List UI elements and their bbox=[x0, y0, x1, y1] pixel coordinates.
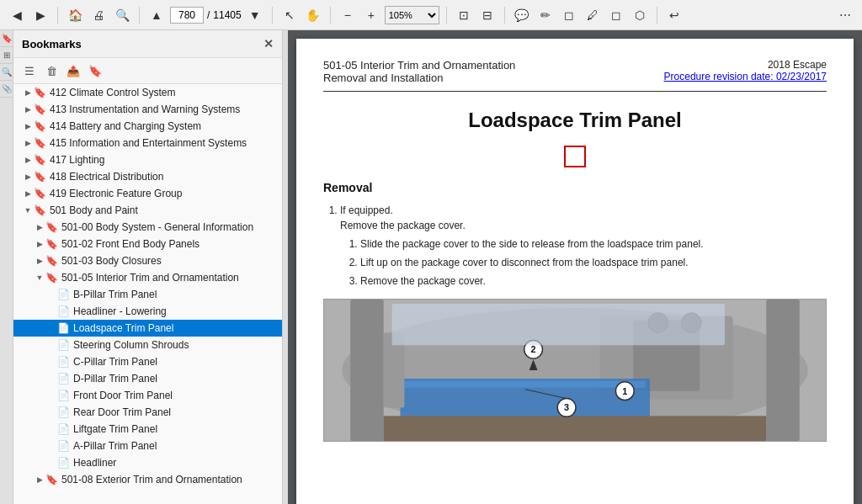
tree-item-501-03[interactable]: ▶ 🔖 501-03 Body Closures bbox=[13, 252, 282, 269]
left-panel: Bookmarks ✕ ☰ 🗑 📤 🔖 ▶ 🔖 412 Climate Cont… bbox=[13, 30, 283, 504]
print-button[interactable]: 🖨 bbox=[88, 5, 109, 25]
zoom-select[interactable]: 105% 100% 75% 150% bbox=[385, 6, 439, 24]
expand-icon-501: ▼ bbox=[22, 204, 34, 216]
expand-all-button[interactable]: ☰ bbox=[20, 61, 39, 80]
expand-icon-headliner bbox=[45, 457, 57, 469]
panel-header-icons: ✕ bbox=[263, 37, 274, 50]
tree-item-501-02[interactable]: ▶ 🔖 501-02 Front End Body Panels bbox=[13, 236, 282, 252]
separator-4 bbox=[330, 7, 331, 24]
expand-icon-501-02: ▶ bbox=[34, 238, 45, 250]
tree-item-a-pillar[interactable]: 📄 A-Pillar Trim Panel bbox=[13, 438, 282, 454]
tab-attach[interactable]: 📎 bbox=[0, 81, 13, 98]
close-panel-button[interactable]: ✕ bbox=[263, 37, 274, 50]
sub-step-2: Lift up on the package cover to disconne… bbox=[360, 255, 827, 270]
cursor-tool[interactable]: ↖ bbox=[279, 5, 300, 25]
bookmark-icon-419: 🔖 bbox=[34, 188, 46, 199]
tab-pages[interactable]: ⊞ bbox=[0, 47, 13, 64]
step-1-sub: Remove the package cover. bbox=[340, 220, 466, 231]
tab-search[interactable]: 🔍 bbox=[0, 64, 13, 81]
sub-step-3: Remove the package cover. bbox=[360, 273, 827, 289]
tree-item-418[interactable]: ▶ 🔖 418 Electrical Distribution bbox=[13, 168, 282, 185]
bookmark-icon-417: 🔖 bbox=[34, 154, 46, 166]
tree-item-419[interactable]: ▶ 🔖 419 Electronic Feature Group bbox=[13, 185, 282, 202]
bookmark-icon-501-05: 🔖 bbox=[45, 272, 58, 284]
shape-button[interactable]: ◻ bbox=[559, 5, 579, 25]
separator-7 bbox=[657, 7, 657, 24]
tree-label-413: 413 Instrumentation and Warning Systems bbox=[50, 103, 240, 115]
tree-item-501-05[interactable]: ▼ 🔖 501-05 Interior Trim and Ornamentati… bbox=[13, 269, 282, 286]
tree-item-b-pillar[interactable]: 📄 B-Pillar Trim Panel bbox=[13, 286, 282, 303]
pdf-figure: 1 2 3 bbox=[323, 299, 827, 442]
pdf-header-left: 501-05 Interior Trim and Ornamentation R… bbox=[323, 59, 515, 84]
tree-item-liftgate[interactable]: 📄 Liftgate Trim Panel bbox=[13, 421, 282, 438]
svg-rect-21 bbox=[392, 304, 725, 345]
add-bookmark-button[interactable]: 🔖 bbox=[86, 61, 104, 80]
tree-item-headliner-low[interactable]: 📄 Headliner - Lowering bbox=[13, 303, 282, 320]
tree-item-front-door[interactable]: 📄 Front Door Trim Panel bbox=[13, 387, 282, 404]
pdf-area[interactable]: 501-05 Interior Trim and Ornamentation R… bbox=[288, 30, 862, 504]
tree-item-415[interactable]: ▶ 🔖 415 Information and Entertainment Sy… bbox=[13, 135, 282, 151]
tree-item-loadspace[interactable]: 📄 Loadspace Trim Panel bbox=[13, 320, 282, 337]
stamp-button[interactable]: ⬡ bbox=[630, 5, 650, 25]
tree-label-418: 418 Electrical Distribution bbox=[50, 171, 163, 183]
forward-button[interactable]: ▶ bbox=[30, 5, 51, 25]
delete-bookmark-button[interactable]: 🗑 bbox=[42, 61, 61, 80]
expand-icon-414: ▶ bbox=[22, 120, 34, 132]
pdf-page: 501-05 Interior Trim and Ornamentation R… bbox=[296, 39, 854, 504]
back-button[interactable]: ◀ bbox=[7, 5, 27, 25]
pdf-section-header: 501-05 Interior Trim and Ornamentation bbox=[323, 59, 515, 72]
tree-item-501[interactable]: ▼ 🔖 501 Body and Paint bbox=[13, 202, 282, 219]
tree-item-d-pillar[interactable]: 📄 D-Pillar Trim Panel bbox=[13, 370, 282, 387]
home-button[interactable]: 🏠 bbox=[65, 5, 85, 25]
doc-icon-c-pillar: 📄 bbox=[57, 356, 70, 368]
zoom-out-button[interactable]: − bbox=[338, 5, 358, 25]
bookmark-icon-501-03: 🔖 bbox=[45, 255, 58, 267]
tree-item-c-pillar[interactable]: 📄 C-Pillar Trim Panel bbox=[13, 353, 282, 370]
main-area: 🔖 ⊞ 🔍 📎 Bookmarks ✕ ☰ 🗑 📤 🔖 ▶ 🔖 412 Clim… bbox=[0, 30, 862, 504]
tree-item-412[interactable]: ▶ 🔖 412 Climate Control System bbox=[13, 84, 282, 101]
prev-page-button[interactable]: ▲ bbox=[146, 5, 167, 25]
tree-label-501-00: 501-00 Body System - General Information bbox=[61, 221, 253, 233]
tab-bookmarks[interactable]: 🔖 bbox=[0, 30, 13, 47]
tree-item-501-00[interactable]: ▶ 🔖 501-00 Body System - General Informa… bbox=[13, 219, 282, 236]
svg-rect-8 bbox=[404, 381, 646, 388]
expand-icon-415: ▶ bbox=[22, 137, 34, 149]
eraser-button[interactable]: ◻ bbox=[606, 5, 626, 25]
tree-item-501-08[interactable]: ▶ 🔖 501-08 Exterior Trim and Ornamentati… bbox=[13, 471, 282, 488]
next-page-button[interactable]: ▼ bbox=[245, 5, 265, 25]
undo-button[interactable]: ↩ bbox=[664, 5, 684, 25]
doc-icon-b-pillar: 📄 bbox=[57, 289, 70, 300]
car-interior-image: 1 2 3 bbox=[324, 300, 826, 441]
bookmark-icon-501-00: 🔖 bbox=[45, 221, 58, 233]
expand-icon-417: ▶ bbox=[22, 154, 34, 166]
separator-1 bbox=[57, 7, 58, 24]
tree-item-414[interactable]: ▶ 🔖 414 Battery and Charging System bbox=[13, 118, 282, 135]
pdf-revision-link[interactable]: Procedure revision date: 02/23/2017 bbox=[664, 71, 827, 82]
more-button[interactable]: ⋯ bbox=[835, 5, 855, 25]
panel-title: Bookmarks bbox=[22, 38, 82, 50]
page-number-input[interactable] bbox=[170, 7, 204, 24]
tree-label-rear-door: Rear Door Trim Panel bbox=[73, 406, 171, 418]
comment-button[interactable]: 💬 bbox=[512, 5, 532, 25]
doc-icon-d-pillar: 📄 bbox=[57, 373, 70, 385]
tree-item-417[interactable]: ▶ 🔖 417 Lighting bbox=[13, 151, 282, 168]
tree-item-rear-door[interactable]: 📄 Rear Door Trim Panel bbox=[13, 404, 282, 421]
export-button[interactable]: 📤 bbox=[64, 61, 82, 80]
tree-item-413[interactable]: ▶ 🔖 413 Instrumentation and Warning Syst… bbox=[13, 101, 282, 118]
zoom-in-button[interactable]: + bbox=[361, 5, 381, 25]
tree-item-headliner[interactable]: 📄 Headliner bbox=[13, 454, 282, 471]
fit-page-button[interactable]: ⊡ bbox=[454, 5, 474, 25]
panel-toolbar: ☰ 🗑 📤 🔖 bbox=[13, 58, 282, 84]
tree-item-steering[interactable]: 📄 Steering Column Shrouds bbox=[13, 337, 282, 353]
pdf-sub-header: Removal and Installation bbox=[323, 72, 515, 84]
tree-label-414: 414 Battery and Charging System bbox=[50, 120, 201, 132]
hand-tool[interactable]: ✋ bbox=[303, 5, 323, 25]
tree-label-liftgate: Liftgate Trim Panel bbox=[73, 423, 157, 435]
highlight-button[interactable]: ✏ bbox=[535, 5, 556, 25]
zoom-fit-button[interactable]: 🔍 bbox=[112, 5, 132, 25]
fit-width-button[interactable]: ⊟ bbox=[477, 5, 498, 25]
ink-button[interactable]: 🖊 bbox=[583, 5, 603, 25]
svg-text:3: 3 bbox=[564, 402, 569, 412]
doc-icon-liftgate: 📄 bbox=[57, 423, 70, 435]
main-toolbar: ◀ ▶ 🏠 🖨 🔍 ▲ / 11405 ▼ ↖ ✋ − + 105% 100% … bbox=[0, 0, 862, 30]
